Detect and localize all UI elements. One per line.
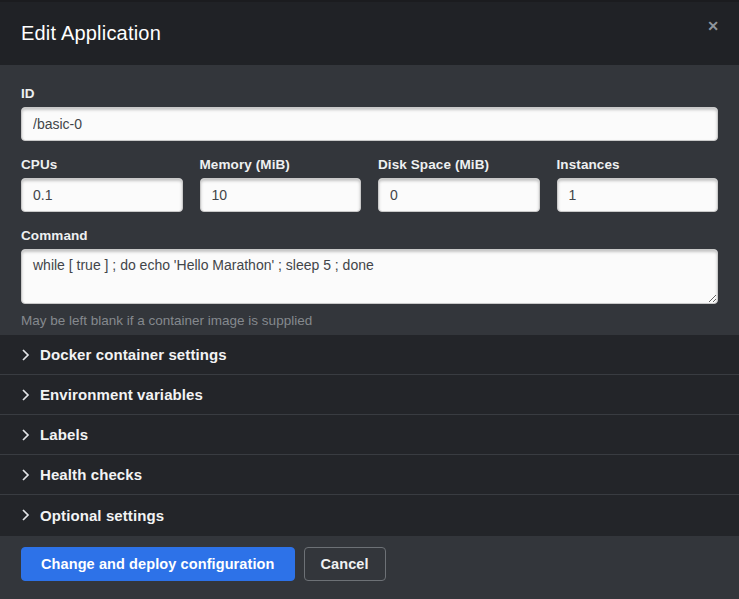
resources-row: CPUs Memory (MiB) Disk Space (MiB) Insta… — [21, 157, 718, 212]
chevron-right-icon — [21, 509, 30, 521]
section-health-checks[interactable]: Health checks — [0, 455, 739, 495]
id-field-group: ID — [21, 86, 718, 141]
instances-field-group: Instances — [557, 157, 719, 212]
section-optional-settings[interactable]: Optional settings — [0, 495, 739, 535]
command-textarea[interactable]: while [ true ] ; do echo 'Hello Marathon… — [21, 249, 718, 304]
id-label: ID — [21, 86, 718, 101]
disk-input[interactable] — [378, 178, 540, 212]
edit-application-modal: Edit Application ✕ ID CPUs Memory (MiB) … — [0, 0, 739, 599]
cancel-button[interactable]: Cancel — [304, 547, 386, 581]
command-label: Command — [21, 228, 718, 243]
instances-label: Instances — [557, 157, 719, 172]
cpus-field-group: CPUs — [21, 157, 183, 212]
memory-input[interactable] — [200, 178, 362, 212]
memory-label: Memory (MiB) — [200, 157, 362, 172]
cpus-input[interactable] — [21, 178, 183, 212]
section-label: Docker container settings — [40, 346, 227, 363]
modal-footer: Change and deploy configuration Cancel — [0, 536, 739, 599]
section-label: Optional settings — [40, 507, 164, 524]
section-label: Environment variables — [40, 386, 203, 403]
memory-field-group: Memory (MiB) — [200, 157, 362, 212]
instances-input[interactable] — [557, 178, 719, 212]
application-form: ID CPUs Memory (MiB) Disk Space (MiB) In… — [0, 65, 739, 335]
id-input[interactable] — [21, 107, 718, 141]
section-environment-variables[interactable]: Environment variables — [0, 375, 739, 415]
section-labels[interactable]: Labels — [0, 415, 739, 455]
modal-header: Edit Application ✕ — [0, 2, 739, 65]
section-label: Labels — [40, 426, 88, 443]
change-and-deploy-button[interactable]: Change and deploy configuration — [21, 547, 295, 581]
command-field-group: Command while [ true ] ; do echo 'Hello … — [21, 228, 718, 328]
chevron-right-icon — [21, 429, 30, 441]
chevron-right-icon — [21, 469, 30, 481]
chevron-right-icon — [21, 389, 30, 401]
accordion-sections: Docker container settings Environment va… — [0, 335, 739, 536]
modal-title: Edit Application — [21, 22, 161, 45]
command-help-text: May be left blank if a container image i… — [21, 313, 718, 328]
cpus-label: CPUs — [21, 157, 183, 172]
section-docker-container-settings[interactable]: Docker container settings — [0, 335, 739, 375]
chevron-right-icon — [21, 349, 30, 361]
section-label: Health checks — [40, 466, 142, 483]
disk-label: Disk Space (MiB) — [378, 157, 540, 172]
close-icon[interactable]: ✕ — [701, 14, 725, 38]
disk-field-group: Disk Space (MiB) — [378, 157, 540, 212]
